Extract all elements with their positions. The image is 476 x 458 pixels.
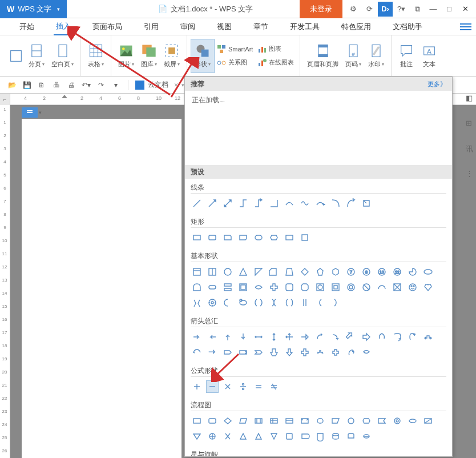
blank-page-button[interactable]: 空白页▾	[48, 39, 77, 73]
more-link[interactable]: 更多》	[427, 80, 446, 89]
shape-item[interactable]	[206, 296, 219, 309]
shape-item[interactable]	[345, 281, 357, 294]
shape-item[interactable]	[314, 266, 326, 278]
shape-item[interactable]	[360, 197, 373, 210]
tab-review[interactable]: 审阅	[178, 18, 197, 35]
picture-button[interactable]: 图片▾	[115, 39, 138, 73]
restore-icon[interactable]: ⧉	[410, 2, 425, 17]
shape-item[interactable]	[221, 430, 234, 443]
side-tool-4[interactable]: ⋮	[466, 169, 475, 178]
shape-item[interactable]	[314, 331, 326, 343]
shapes-button[interactable]: 形状▾	[191, 39, 215, 73]
shape-item[interactable]	[191, 197, 203, 210]
shape-item[interactable]	[283, 430, 296, 443]
shape-item[interactable]	[221, 197, 234, 210]
shape-item[interactable]: 12	[391, 266, 404, 278]
shape-item[interactable]	[314, 415, 326, 427]
shape-item[interactable]	[237, 281, 249, 294]
shape-item[interactable]	[283, 266, 296, 278]
shape-item[interactable]	[360, 415, 373, 427]
tab-view[interactable]: 视图	[215, 18, 234, 35]
shape-item[interactable]	[252, 266, 265, 278]
shape-item[interactable]	[376, 331, 388, 343]
shape-item[interactable]	[298, 430, 311, 443]
shape-item[interactable]	[206, 231, 219, 244]
shape-item[interactable]	[268, 281, 280, 294]
close-cloud-icon[interactable]: ×	[174, 81, 178, 89]
shape-item[interactable]	[206, 266, 219, 278]
shape-item[interactable]	[298, 266, 311, 278]
shape-item[interactable]: 8	[360, 266, 373, 278]
shape-item[interactable]	[268, 296, 280, 309]
section-tab-icon[interactable]	[22, 107, 38, 118]
shape-item[interactable]	[191, 380, 203, 393]
indent-marker[interactable]	[62, 95, 67, 98]
shape-item[interactable]	[221, 346, 234, 359]
cloud-doc-button[interactable]: 云文档 × ▾	[135, 80, 184, 90]
shape-item[interactable]	[329, 346, 342, 359]
login-button[interactable]: 未登录	[300, 0, 342, 18]
shape-item[interactable]	[206, 281, 219, 294]
shape-item[interactable]	[268, 380, 280, 393]
tab-developer[interactable]: 开发工具	[288, 18, 322, 35]
shape-item[interactable]: 7	[345, 266, 357, 278]
shape-item[interactable]	[298, 197, 311, 210]
shape-item[interactable]	[191, 296, 203, 309]
shape-item[interactable]	[360, 346, 373, 359]
shape-item[interactable]	[406, 331, 419, 343]
shape-item[interactable]	[406, 266, 419, 278]
tab-special[interactable]: 特色应用	[339, 18, 373, 35]
tab-sections[interactable]: 章节	[251, 18, 271, 35]
shape-item[interactable]	[237, 346, 249, 359]
shape-item[interactable]	[283, 331, 296, 343]
shape-item[interactable]	[406, 415, 419, 427]
shape-item[interactable]	[206, 380, 219, 393]
shape-item[interactable]	[298, 281, 311, 294]
minimize-icon[interactable]: —	[426, 2, 441, 17]
shape-item[interactable]	[268, 430, 280, 443]
shape-item[interactable]	[268, 331, 280, 343]
settings-icon[interactable]: ⚙	[346, 2, 361, 17]
shape-item[interactable]	[422, 331, 434, 343]
table-button[interactable]: 表格▾	[84, 39, 107, 73]
shape-item[interactable]	[252, 231, 265, 244]
shape-item[interactable]	[191, 266, 203, 278]
shape-item[interactable]	[345, 346, 357, 359]
gallery-button[interactable]: 图库▾	[138, 39, 160, 73]
textbox-button[interactable]: A 文本	[418, 39, 441, 73]
page-break-button[interactable]: 分页▾	[25, 39, 48, 73]
undo-icon[interactable]: ↶▾	[81, 80, 91, 90]
shape-item[interactable]	[252, 346, 265, 359]
shape-item[interactable]	[221, 281, 234, 294]
shape-item[interactable]	[191, 415, 203, 427]
tab-home[interactable]: 开始	[17, 18, 37, 35]
shape-item[interactable]	[237, 296, 249, 309]
shape-item[interactable]	[191, 281, 203, 294]
shape-item[interactable]	[391, 331, 404, 343]
tab-layout[interactable]: 页面布局	[90, 18, 124, 35]
maximize-icon[interactable]: □	[442, 2, 457, 17]
shape-item[interactable]	[298, 331, 311, 343]
shape-item[interactable]	[252, 415, 265, 427]
shape-item[interactable]	[314, 346, 326, 359]
shape-item[interactable]	[283, 281, 296, 294]
shape-item[interactable]	[329, 430, 342, 443]
smartart-button[interactable]: SmartArt	[217, 43, 253, 55]
shape-item[interactable]	[360, 331, 373, 343]
save-icon[interactable]: 💾	[22, 80, 32, 90]
help-icon[interactable]: ?▾	[394, 2, 409, 17]
shape-item[interactable]	[206, 197, 219, 210]
shape-item[interactable]	[329, 197, 342, 210]
relations-button[interactable]: 关系图	[217, 57, 253, 69]
shape-item[interactable]	[268, 415, 280, 427]
shape-item[interactable]	[283, 197, 296, 210]
tab-helper[interactable]: 文档助手	[390, 18, 425, 35]
redo-icon[interactable]: ↷	[96, 80, 106, 90]
shape-item[interactable]	[268, 346, 280, 359]
close-icon[interactable]: ✕	[458, 2, 473, 17]
shape-item[interactable]	[237, 415, 249, 427]
shape-item[interactable]	[360, 430, 373, 443]
document-page[interactable]	[22, 119, 181, 458]
shape-item[interactable]	[237, 231, 249, 244]
shape-item[interactable]	[283, 346, 296, 359]
